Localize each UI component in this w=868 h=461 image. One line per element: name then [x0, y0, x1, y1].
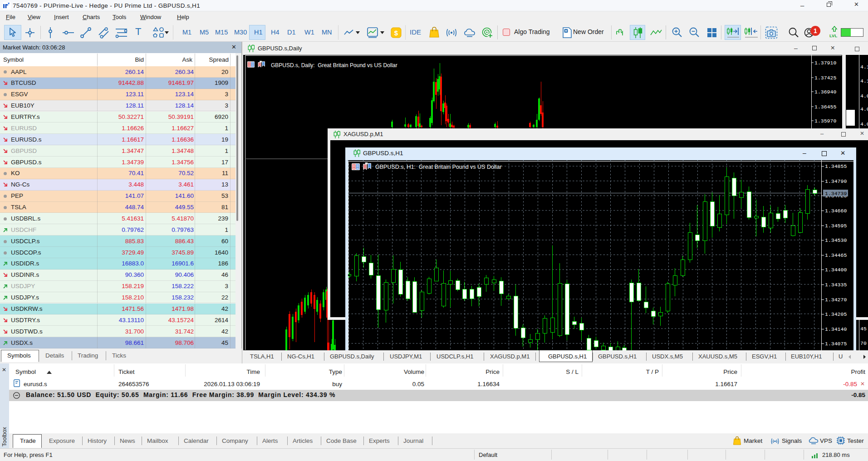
svg-text:1.35970: 1.35970 [814, 118, 836, 124]
svg-text:1.34335: 1.34335 [825, 282, 847, 288]
svg-text:45: 45 [860, 326, 867, 332]
svg-text:1.34595: 1.34595 [825, 223, 847, 229]
svg-text:4.1: 4.1 [860, 78, 868, 84]
svg-text:1.34205: 1.34205 [825, 311, 847, 317]
svg-text:1.34790: 1.34790 [825, 178, 847, 184]
svg-text:1.34270: 1.34270 [825, 297, 847, 303]
svg-text:1.34855: 1.34855 [825, 163, 847, 169]
svg-text:1.34075: 1.34075 [825, 341, 847, 347]
svg-text:4.0: 4.0 [860, 121, 868, 127]
svg-text:4.1: 4.1 [860, 64, 868, 70]
svg-text:4.0: 4.0 [860, 106, 868, 112]
svg-text:1.34400: 1.34400 [825, 267, 847, 273]
svg-text:1.34660: 1.34660 [825, 208, 847, 214]
svg-text:4.0: 4.0 [860, 93, 868, 99]
svg-text:70: 70 [860, 340, 867, 346]
svg-text:1.36940: 1.36940 [814, 89, 836, 95]
svg-text:1.37425: 1.37425 [814, 75, 836, 81]
svg-text:1.34530: 1.34530 [825, 237, 847, 243]
svg-text:1.34465: 1.34465 [825, 252, 847, 258]
svg-text:1.36455: 1.36455 [814, 104, 836, 110]
svg-text:1.34739: 1.34739 [825, 191, 847, 196]
svg-text:1.37910: 1.37910 [814, 60, 836, 66]
svg-text:$: $ [394, 29, 398, 37]
svg-text:1.34140: 1.34140 [825, 326, 847, 332]
